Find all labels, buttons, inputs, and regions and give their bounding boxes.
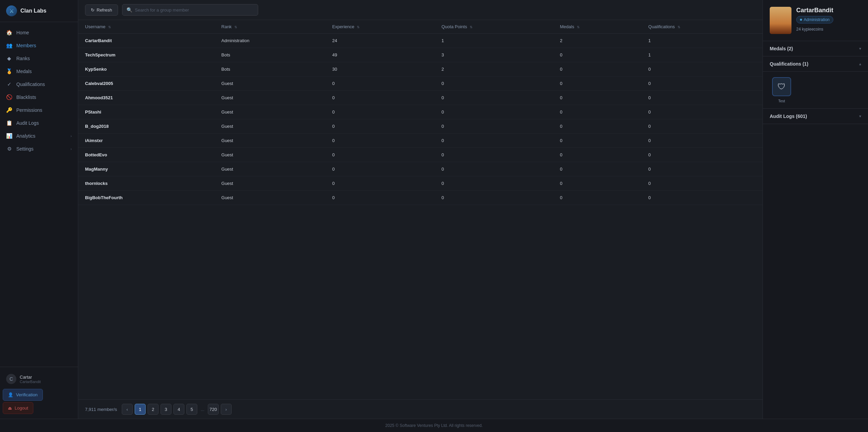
- badge-dot: [800, 19, 802, 21]
- page-button-4[interactable]: 4: [173, 404, 184, 415]
- qualification-item[interactable]: 🛡 Test: [770, 77, 794, 103]
- cell-quota_points: 3: [435, 48, 553, 62]
- cell-quota_points: 0: [435, 105, 553, 119]
- table-row[interactable]: MagMannyGuest0000: [78, 162, 763, 176]
- cell-rank: Guest: [215, 91, 326, 105]
- table-col-username[interactable]: Username ⇅: [78, 20, 215, 34]
- profile-coins: 24 kypieecoins: [796, 27, 861, 32]
- cell-rank: Guest: [215, 162, 326, 176]
- analytics-nav-icon: 📊: [6, 133, 12, 139]
- sidebar-item-ranks[interactable]: ◆ Ranks: [0, 52, 78, 65]
- table-row[interactable]: iAimstxrGuest0000: [78, 134, 763, 148]
- table-row[interactable]: Calebval2005Guest0000: [78, 76, 763, 91]
- audit-logs-section-header[interactable]: Audit Logs (601) ▾: [763, 109, 868, 124]
- table-row[interactable]: PStashiGuest0000: [78, 105, 763, 119]
- cell-quota_points: 0: [435, 191, 553, 205]
- table-col-experience[interactable]: Experience ⇅: [326, 20, 435, 34]
- main-content: ↻ Refresh 🔍 Username ⇅Rank ⇅Experience ⇅…: [78, 0, 763, 419]
- verification-button[interactable]: 👤 Verification: [3, 389, 43, 401]
- cell-rank: Guest: [215, 105, 326, 119]
- page-button-5[interactable]: 5: [186, 404, 197, 415]
- members-table-container: Username ⇅Rank ⇅Experience ⇅Quota Points…: [78, 20, 763, 399]
- sidebar-item-label: Members: [16, 43, 36, 48]
- audit-logs-chevron-icon: ▾: [859, 114, 861, 119]
- sidebar-item-home[interactable]: 🏠 Home: [0, 26, 78, 39]
- sidebar-item-analytics[interactable]: 📊 Analytics ›: [0, 129, 78, 142]
- cell-rank: Guest: [215, 134, 326, 148]
- cell-experience: 0: [326, 119, 435, 134]
- member-count: 7,911 member/s: [85, 407, 117, 412]
- sidebar-item-medals[interactable]: 🏅 Medals: [0, 65, 78, 78]
- cell-quota_points: 0: [435, 76, 553, 91]
- footer-text: 2025 © Software Ventures Pty Ltd. All ri…: [385, 423, 483, 428]
- medals-section-title: Medals (2): [770, 46, 793, 51]
- search-box[interactable]: 🔍: [122, 4, 258, 16]
- sidebar-footer: C Cartar CartarBandit 👤 Verification ⏏ L…: [0, 367, 78, 419]
- profile-badge-label: Administration: [804, 17, 830, 22]
- search-icon: 🔍: [127, 7, 132, 13]
- sidebar-item-settings[interactable]: ⚙ Settings ›: [0, 142, 78, 155]
- next-page-button[interactable]: ›: [221, 404, 232, 415]
- cell-username: BottedEvo: [78, 148, 215, 162]
- sidebar-item-permissions[interactable]: 🔑 Permissions: [0, 104, 78, 117]
- cell-medals: 0: [553, 119, 641, 134]
- sidebar-item-label: Audit Logs: [16, 120, 39, 126]
- page-button-last[interactable]: 720: [208, 404, 219, 415]
- app-footer: 2025 © Software Ventures Pty Ltd. All ri…: [0, 419, 868, 432]
- verification-label: Verification: [16, 392, 38, 397]
- cell-quota_points: 0: [435, 119, 553, 134]
- cell-medals: 0: [553, 176, 641, 191]
- sidebar-item-members[interactable]: 👥 Members: [0, 39, 78, 52]
- qualifications-chevron-icon: ▴: [859, 62, 861, 66]
- refresh-button[interactable]: ↻ Refresh: [85, 4, 118, 16]
- prev-page-button[interactable]: ‹: [122, 404, 133, 415]
- cell-qualifications: 0: [641, 176, 763, 191]
- cell-experience: 30: [326, 62, 435, 76]
- cell-medals: 0: [553, 105, 641, 119]
- table-row[interactable]: TechSpectrumBots49301: [78, 48, 763, 62]
- cell-experience: 24: [326, 34, 435, 48]
- table-col-rank[interactable]: Rank ⇅: [215, 20, 326, 34]
- user-handle: CartarBandit: [20, 380, 41, 384]
- cell-username: CartarBandit: [78, 34, 215, 48]
- avatar: C: [6, 374, 16, 384]
- table-row[interactable]: BottedEvoGuest0000: [78, 148, 763, 162]
- cell-qualifications: 0: [641, 148, 763, 162]
- profile-banner: [770, 7, 791, 34]
- qualifications-section-header[interactable]: Qualifications (1) ▴: [763, 56, 868, 72]
- table-row[interactable]: KypSenkoBots30200: [78, 62, 763, 76]
- page-button-1[interactable]: 1: [135, 404, 146, 415]
- sidebar-item-label: Settings: [16, 146, 34, 152]
- table-col-medals[interactable]: Medals ⇅: [553, 20, 641, 34]
- sort-icon: ⇅: [470, 25, 472, 29]
- table-row[interactable]: CartarBanditAdministration24121: [78, 34, 763, 48]
- sort-icon: ⇅: [108, 25, 111, 29]
- page-button-3[interactable]: 3: [161, 404, 171, 415]
- table-row[interactable]: Ahmood3521Guest0000: [78, 91, 763, 105]
- table-row[interactable]: B_dog2018Guest0000: [78, 119, 763, 134]
- table-row[interactable]: thornlocksGuest0000: [78, 176, 763, 191]
- sidebar-item-label: Qualifications: [16, 82, 45, 87]
- cell-rank: Bots: [215, 48, 326, 62]
- cell-username: Ahmood3521: [78, 91, 215, 105]
- user-name: Cartar: [20, 375, 41, 380]
- search-input[interactable]: [135, 7, 254, 13]
- cell-rank: Guest: [215, 191, 326, 205]
- cell-qualifications: 0: [641, 76, 763, 91]
- table-col-quota_points[interactable]: Quota Points ⇅: [435, 20, 553, 34]
- table-row[interactable]: BigBobTheFourthGuest0000: [78, 191, 763, 205]
- medals-section-header[interactable]: Medals (2) ▾: [763, 41, 868, 56]
- table-col-qualifications[interactable]: Qualifications ⇅: [641, 20, 763, 34]
- page-button-2[interactable]: 2: [148, 404, 158, 415]
- qualifications-section-title: Qualifications (1): [770, 61, 808, 67]
- sidebar-item-qualifications[interactable]: ✓ Qualifications: [0, 78, 78, 91]
- logout-button[interactable]: ⏏ Logout: [3, 402, 33, 414]
- refresh-icon: ↻: [91, 7, 95, 13]
- cell-quota_points: 2: [435, 62, 553, 76]
- cell-username: thornlocks: [78, 176, 215, 191]
- sidebar-item-blacklists[interactable]: 🚫 Blacklists: [0, 91, 78, 104]
- user-profile[interactable]: C Cartar CartarBandit: [0, 370, 78, 387]
- sidebar-item-audit-logs[interactable]: 📋 Audit Logs: [0, 117, 78, 129]
- cell-experience: 0: [326, 76, 435, 91]
- sidebar-nav: 🏠 Home 👥 Members ◆ Ranks 🏅 Medals ✓ Qual…: [0, 22, 78, 367]
